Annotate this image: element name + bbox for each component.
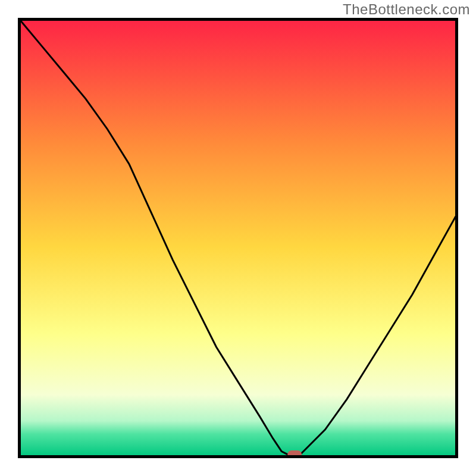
plot-svg <box>18 18 458 458</box>
plot-area <box>18 18 458 458</box>
gradient-background <box>20 20 456 456</box>
watermark-label: TheBottleneck.com <box>343 1 470 18</box>
chart-frame: TheBottleneck.com <box>0 0 476 476</box>
